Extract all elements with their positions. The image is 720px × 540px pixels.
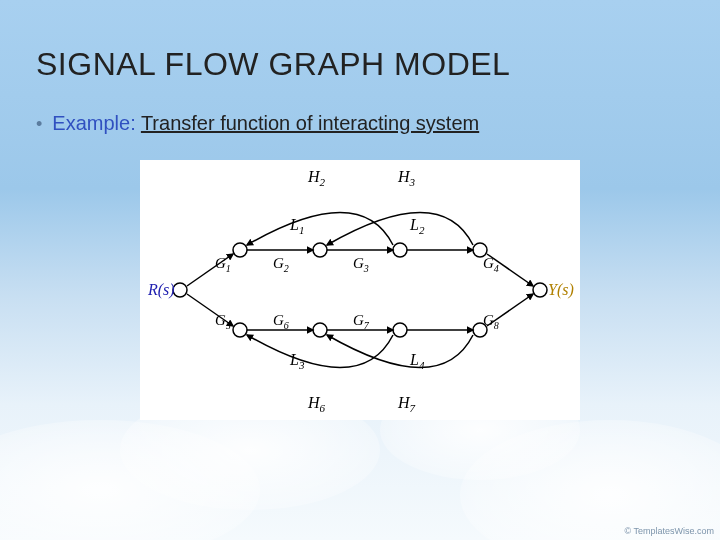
svg-text:G4: G4 xyxy=(483,255,499,274)
svg-point-3 xyxy=(313,243,327,257)
l-bot-2: L xyxy=(409,351,419,368)
g-top-1: G xyxy=(215,255,226,271)
svg-text:H2: H2 xyxy=(307,168,326,188)
svg-point-0 xyxy=(173,283,187,297)
watermark: © TemplatesWise.com xyxy=(625,526,715,536)
slide-title: SIGNAL FLOW GRAPH MODEL xyxy=(36,46,510,83)
input-label: R(s) xyxy=(147,281,175,299)
g-bot-2: G xyxy=(273,312,284,328)
svg-point-6 xyxy=(233,323,247,337)
slide: SIGNAL FLOW GRAPH MODEL • Example: Trans… xyxy=(0,0,720,540)
svg-point-1 xyxy=(533,283,547,297)
svg-text:G6: G6 xyxy=(273,312,289,331)
bullet-dot-icon: • xyxy=(36,115,42,133)
svg-text:H6: H6 xyxy=(307,394,326,414)
g-bot-1: G xyxy=(215,312,226,328)
svg-point-7 xyxy=(313,323,327,337)
l-top-2: L xyxy=(409,216,419,233)
svg-text:H3: H3 xyxy=(397,168,416,188)
svg-text:L2: L2 xyxy=(409,216,425,236)
l-bot-1: L xyxy=(289,351,299,368)
svg-text:L3: L3 xyxy=(289,351,305,371)
g-top-3: G xyxy=(353,255,364,271)
g-top-4: G xyxy=(483,255,494,271)
g-bot-4: G xyxy=(483,312,494,328)
svg-point-4 xyxy=(393,243,407,257)
svg-point-8 xyxy=(393,323,407,337)
g-top-2: G xyxy=(273,255,284,271)
svg-text:G2: G2 xyxy=(273,255,289,274)
signal-flow-diagram: R(s) Y(s) H2 H3 L1 L2 G1 G2 G3 G4 G5 G6 … xyxy=(140,160,580,420)
svg-text:G3: G3 xyxy=(353,255,369,274)
l-top-1: L xyxy=(289,216,299,233)
bullet-row: • Example: Transfer function of interact… xyxy=(36,112,479,135)
g-bot-3: G xyxy=(353,312,364,328)
svg-text:H7: H7 xyxy=(397,394,416,414)
svg-text:G5: G5 xyxy=(215,312,231,331)
svg-text:G7: G7 xyxy=(353,312,370,331)
svg-point-2 xyxy=(233,243,247,257)
bullet-text: Transfer function of interacting system xyxy=(141,112,479,134)
output-label: Y(s) xyxy=(548,281,574,299)
bullet-label: Example: xyxy=(52,112,135,134)
